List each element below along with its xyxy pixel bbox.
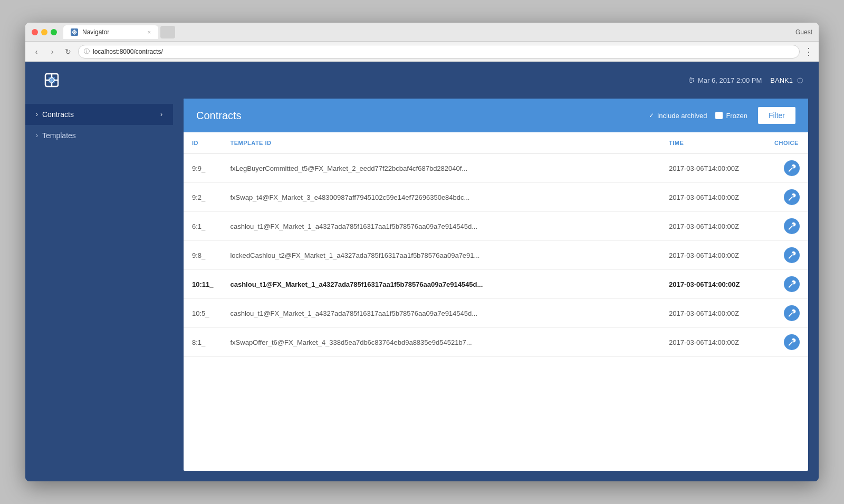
contracts-expand-icon: › bbox=[160, 111, 162, 118]
browser-menu-button[interactable]: ⋮ bbox=[804, 46, 813, 57]
tab-close-button[interactable]: × bbox=[148, 29, 151, 35]
filter-button[interactable]: Filter bbox=[758, 107, 795, 124]
header-time: ⏱ Mar 6, 2017 2:00 PM bbox=[688, 76, 762, 84]
app-body: › Contracts › › Templates Contracts bbox=[25, 99, 819, 481]
cell-choice bbox=[766, 299, 808, 328]
sidebar-contracts-label: Contracts bbox=[42, 110, 74, 119]
sidebar-item-templates[interactable]: › Templates bbox=[25, 125, 173, 146]
table-row[interactable]: 9:2_fxSwap_t4@FX_Market_3_e48300987aff79… bbox=[184, 183, 808, 212]
choice-button[interactable] bbox=[784, 189, 800, 205]
browser-titlebar: Navigator × Guest bbox=[25, 23, 819, 42]
back-button[interactable]: ‹ bbox=[31, 46, 42, 57]
cell-id: 8:1_ bbox=[184, 328, 222, 357]
contracts-chevron-icon: › bbox=[36, 111, 38, 118]
clock-icon: ⏱ bbox=[688, 76, 695, 84]
table-row[interactable]: 9:9_fxLegBuyerCommitted_t5@FX_Market_2_e… bbox=[184, 154, 808, 183]
cell-template-id: lockedCashlou_t2@FX_Market_1_a4327ada785… bbox=[222, 241, 660, 270]
tab-favicon bbox=[71, 28, 78, 36]
panel-controls: ✓ Include archived Frozen bbox=[649, 112, 747, 120]
table-row[interactable]: 10:11_cashlou_t1@FX_Market_1_a4327ada785… bbox=[184, 270, 808, 299]
app-header: ⏱ Mar 6, 2017 2:00 PM BANK1 ⬡ bbox=[25, 62, 819, 99]
cell-id: 9:8_ bbox=[184, 241, 222, 270]
cell-choice bbox=[766, 212, 808, 241]
tab-title: Navigator bbox=[82, 28, 109, 36]
include-archived-label: Include archived bbox=[657, 112, 707, 120]
choice-button[interactable] bbox=[784, 160, 800, 176]
time-value: Mar 6, 2017 2:00 PM bbox=[698, 76, 762, 84]
contracts-table: ID TEMPLATE ID TIME CHOICE 9:9_fxLegBuye… bbox=[184, 132, 808, 357]
choice-button[interactable] bbox=[784, 218, 800, 234]
cell-time: 2017-03-06T14:00:00Z bbox=[660, 154, 766, 183]
table-row[interactable]: 9:8_lockedCashlou_t2@FX_Market_1_a4327ad… bbox=[184, 241, 808, 270]
cell-choice bbox=[766, 183, 808, 212]
address-bar[interactable]: ⓘ localhost:8000/contracts/ bbox=[78, 45, 800, 59]
cell-time: 2017-03-06T14:00:00Z bbox=[660, 299, 766, 328]
app-logo bbox=[41, 70, 62, 91]
table-row[interactable]: 10:5_cashlou_t1@FX_Market_1_a4327ada785f… bbox=[184, 299, 808, 328]
choice-button[interactable] bbox=[784, 247, 800, 263]
cell-time: 2017-03-06T14:00:00Z bbox=[660, 241, 766, 270]
svg-marker-5 bbox=[49, 77, 55, 83]
cell-id: 9:2_ bbox=[184, 183, 222, 212]
refresh-button[interactable]: ↻ bbox=[62, 46, 74, 57]
cell-template-id: cashlou_t1@FX_Market_1_a4327ada785f16317… bbox=[222, 270, 660, 299]
sidebar-templates-label: Templates bbox=[42, 131, 76, 140]
cell-choice bbox=[766, 270, 808, 299]
frozen-toggle[interactable]: Frozen bbox=[715, 112, 747, 120]
close-window-button[interactable] bbox=[32, 29, 38, 35]
svg-marker-1 bbox=[73, 31, 75, 33]
cell-time: 2017-03-06T14:00:00Z bbox=[660, 183, 766, 212]
cell-choice bbox=[766, 241, 808, 270]
cell-template-id: fxLegBuyerCommitted_t5@FX_Market_2_eedd7… bbox=[222, 154, 660, 183]
main-content: Contracts ✓ Include archived Frozen F bbox=[173, 99, 819, 481]
table-header-row: ID TEMPLATE ID TIME CHOICE bbox=[184, 132, 808, 154]
sidebar-item-contracts[interactable]: › Contracts › bbox=[25, 104, 173, 125]
cell-time: 2017-03-06T14:00:00Z bbox=[660, 328, 766, 357]
panel-title: Contracts bbox=[196, 110, 242, 122]
address-url: localhost:8000/contracts/ bbox=[93, 48, 163, 55]
table-row[interactable]: 8:1_fxSwapOffer_t6@FX_Market_4_338d5ea7d… bbox=[184, 328, 808, 357]
cell-time: 2017-03-06T14:00:00Z bbox=[660, 212, 766, 241]
logout-icon[interactable]: ⬡ bbox=[797, 76, 803, 84]
cell-choice bbox=[766, 154, 808, 183]
cell-id: 10:11_ bbox=[184, 270, 222, 299]
th-choice: CHOICE bbox=[766, 132, 808, 154]
cell-time: 2017-03-06T14:00:00Z bbox=[660, 270, 766, 299]
browser-toolbar: ‹ › ↻ ⓘ localhost:8000/contracts/ ⋮ bbox=[25, 42, 819, 62]
th-id: ID bbox=[184, 132, 222, 154]
bank-name: BANK1 bbox=[770, 76, 793, 84]
cell-id: 9:9_ bbox=[184, 154, 222, 183]
guest-label: Guest bbox=[795, 28, 812, 36]
frozen-checkbox-box bbox=[715, 112, 723, 119]
forward-button[interactable]: › bbox=[46, 46, 58, 57]
browser-tab[interactable]: Navigator × bbox=[63, 25, 158, 39]
frozen-label: Frozen bbox=[726, 112, 747, 120]
templates-chevron-icon: › bbox=[36, 132, 38, 139]
header-right: ⏱ Mar 6, 2017 2:00 PM BANK1 ⬡ bbox=[688, 76, 803, 84]
cell-choice bbox=[766, 328, 808, 357]
cell-template-id: cashlou_t1@FX_Market_1_a4327ada785f16317… bbox=[222, 212, 660, 241]
panel-header: Contracts ✓ Include archived Frozen F bbox=[184, 99, 808, 132]
cell-template-id: cashlou_t1@FX_Market_1_a4327ada785f16317… bbox=[222, 299, 660, 328]
contracts-panel: Contracts ✓ Include archived Frozen F bbox=[184, 99, 808, 471]
check-icon: ✓ bbox=[649, 112, 654, 119]
app-content: ⏱ Mar 6, 2017 2:00 PM BANK1 ⬡ › Contract… bbox=[25, 62, 819, 481]
cell-id: 10:5_ bbox=[184, 299, 222, 328]
cell-id: 6:1_ bbox=[184, 212, 222, 241]
cell-template-id: fxSwap_t4@FX_Market_3_e48300987aff794510… bbox=[222, 183, 660, 212]
address-lock-icon: ⓘ bbox=[84, 47, 90, 55]
traffic-lights bbox=[32, 29, 57, 35]
new-tab-button[interactable] bbox=[160, 26, 175, 38]
choice-button[interactable] bbox=[784, 305, 800, 321]
header-bank: BANK1 ⬡ bbox=[770, 76, 803, 84]
cell-template-id: fxSwapOffer_t6@FX_Market_4_338d5ea7db6c8… bbox=[222, 328, 660, 357]
maximize-window-button[interactable] bbox=[51, 29, 57, 35]
th-template-id: TEMPLATE ID bbox=[222, 132, 660, 154]
th-time: TIME bbox=[660, 132, 766, 154]
choice-button[interactable] bbox=[784, 334, 800, 350]
choice-button[interactable] bbox=[784, 276, 800, 292]
table-row[interactable]: 6:1_cashlou_t1@FX_Market_1_a4327ada785f1… bbox=[184, 212, 808, 241]
include-archived-toggle[interactable]: ✓ Include archived bbox=[649, 112, 707, 120]
minimize-window-button[interactable] bbox=[41, 29, 47, 35]
sidebar: › Contracts › › Templates bbox=[25, 99, 173, 481]
